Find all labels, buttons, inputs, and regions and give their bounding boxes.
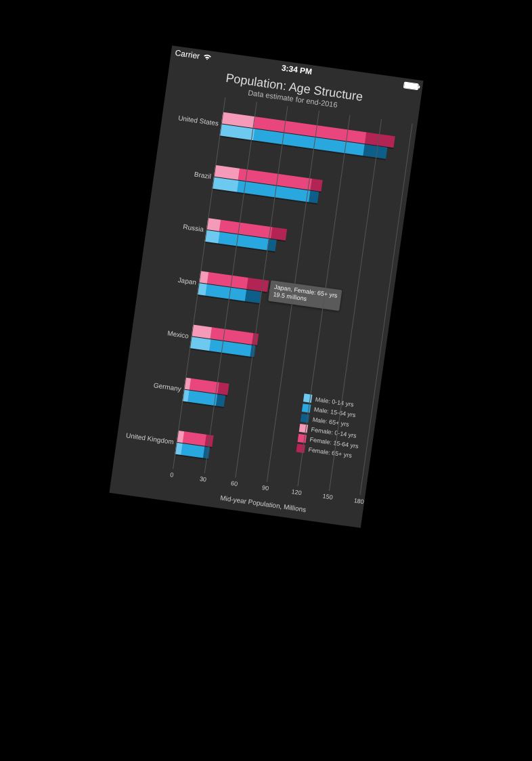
bar-segment[interactable] (310, 179, 322, 192)
y-tick-label: Brazil (156, 143, 217, 204)
y-tick-label: Japan (141, 249, 202, 310)
carrier-label: Carrier (174, 48, 200, 61)
x-axis-label: Mid-year Population, Millions (219, 494, 306, 514)
wifi-icon (202, 53, 212, 62)
x-tick: 180 (353, 497, 364, 505)
bar-segment[interactable] (271, 227, 287, 241)
bar-segment[interactable] (217, 382, 229, 395)
y-tick-label: United Kingdom (119, 408, 180, 469)
bar-segment[interactable] (190, 336, 211, 351)
phone-screen: Carrier 3:34 PM Population: Age Structur… (109, 45, 423, 528)
bar-segment[interactable] (181, 443, 204, 458)
y-tick-label: Russia (149, 196, 210, 257)
legend: Male: 0-14 yrs Male: 15-64 yrs Male: 65+… (293, 391, 368, 464)
battery-icon (403, 81, 418, 90)
bar-segment[interactable] (309, 191, 319, 204)
x-tick: 120 (291, 488, 302, 496)
x-tick: 30 (199, 475, 206, 483)
legend-swatch (299, 424, 309, 433)
status-right (403, 81, 418, 90)
y-tick-label: Germany (127, 355, 187, 416)
x-tick: 0 (169, 471, 173, 479)
legend-swatch (302, 404, 311, 413)
x-tick: 90 (261, 484, 269, 492)
x-tick: 60 (230, 480, 238, 487)
bar-segment[interactable] (212, 177, 238, 192)
y-tick-label: Mexico (134, 302, 195, 363)
y-tick-label: United States (164, 90, 225, 151)
legend-swatch (296, 444, 305, 454)
x-tick: 150 (322, 493, 333, 501)
bar-segment[interactable] (215, 394, 225, 407)
chart-container: Population: Age Structure Data estimate … (109, 59, 421, 528)
plot-area: United StatesBrazilRussiaJapanMexicoGerm… (119, 90, 412, 496)
bar-segment[interactable] (244, 290, 261, 303)
legend-swatch (303, 393, 313, 403)
